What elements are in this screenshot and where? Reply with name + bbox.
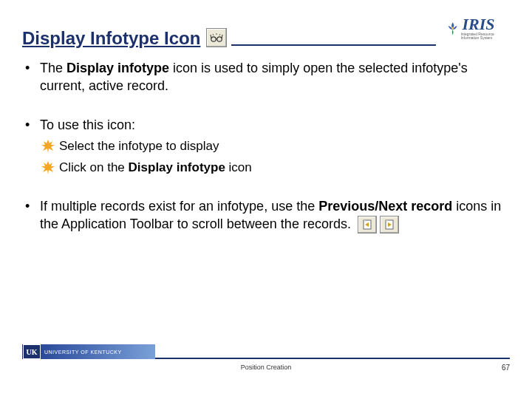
starburst-icon (41, 140, 55, 153)
b2-text: To use this icon: (40, 117, 135, 132)
glasses-icon (210, 33, 223, 43)
bullet-1: The Display infotype icon is used to sim… (22, 59, 510, 95)
sub-2: Click on the Display infotype icon (41, 160, 510, 177)
uk-org-text: UNIVERSITY OF KENTUCKY (44, 349, 122, 355)
iris-text-block: IRIS Integrated Resource Information Sys… (460, 16, 511, 40)
prev-record-icon (362, 219, 372, 230)
footer-center-text: Position Creation (241, 364, 292, 371)
bullet-2: To use this icon: Select the infotype to… (22, 116, 510, 177)
sub-2-post: icon (229, 160, 252, 174)
svg-point-1 (217, 37, 222, 41)
b1-bold: Display infotype (66, 61, 173, 75)
sub-list: Select the infotype to display Click on … (41, 138, 510, 177)
starburst-icon (41, 161, 55, 174)
bullet-3: If multiple records exist for an infotyp… (22, 197, 510, 234)
main-list: The Display infotype icon is used to sim… (22, 59, 510, 234)
svg-point-0 (211, 37, 216, 41)
display-infotype-icon (206, 28, 227, 47)
slide-title: Display Infotype Icon (22, 28, 200, 49)
iris-logo-sub: Integrated Resource Information System (460, 33, 511, 40)
b3-bold: Previous/Next record (318, 199, 456, 214)
body-content: The Display infotype icon is used to sim… (22, 59, 510, 255)
b3-pre: If multiple records exist for an infotyp… (40, 199, 318, 214)
iris-flower-icon (445, 18, 460, 38)
sub-2-pre: Click on the (59, 160, 129, 174)
uk-logo: UK UNIVERSITY OF KENTUCKY (22, 344, 155, 359)
sub-2-bold: Display infotype (129, 160, 229, 174)
sub-1-text: Select the infotype to display (59, 139, 219, 153)
next-record-icon (384, 219, 395, 230)
prev-record-button[interactable] (358, 216, 377, 233)
footer: UK UNIVERSITY OF KENTUCKY Position Creat… (22, 358, 510, 384)
svg-point-2 (451, 27, 454, 29)
next-record-button[interactable] (380, 216, 399, 233)
svg-marker-3 (41, 140, 55, 153)
title-rule (231, 44, 436, 46)
iris-logo-text: IRIS (462, 16, 511, 33)
nav-icons-group (358, 216, 398, 234)
page-number: 67 (502, 364, 510, 372)
uk-mark: UK (23, 344, 41, 359)
iris-logo: IRIS Integrated Resource Information Sys… (445, 13, 511, 43)
slide: Display Infotype Icon IRIS Integrated Re… (0, 0, 532, 399)
svg-marker-4 (41, 161, 55, 174)
title-row: Display Infotype Icon (22, 21, 510, 49)
sub-1: Select the infotype to display (41, 138, 510, 155)
b1-pre: The (40, 61, 66, 75)
